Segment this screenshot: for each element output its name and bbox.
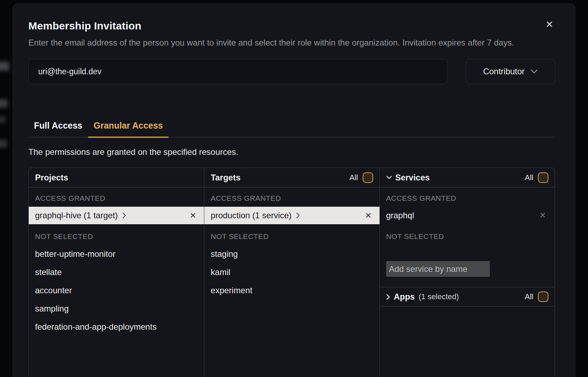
service-granted-label: graphql [386,211,414,220]
apps-section-toggle[interactable]: Apps (1 selected) All [380,287,555,307]
chevron-down-icon [531,69,538,74]
remove-target-icon[interactable]: ✕ [365,211,371,220]
apps-selected-count: (1 selected) [419,292,459,301]
targets-column: Targets All ACCESS GRANTED production (1… [204,168,379,377]
projects-not-selected-list: better-uptime-monitorstellateaccountersa… [29,245,204,336]
target-selected-label: production (1 service) [211,211,292,220]
targets-all-label: All [349,173,358,182]
apps-all-checkbox[interactable] [538,292,548,302]
not-selected-label: NOT SELECTED [380,224,555,245]
chevron-right-icon [386,294,390,300]
projects-header: Projects [35,173,68,183]
membership-invitation-dialog: ✕ Membership Invitation Enter the email … [13,4,575,377]
dialog-description: Enter the email address of the person yo… [28,36,527,49]
not-selected-label: NOT SELECTED [29,224,204,245]
email-field[interactable] [28,59,447,84]
access-granted-label: ACCESS GRANTED [204,187,379,207]
apps-all-label: All [525,292,533,301]
role-select-value: Contributor [483,67,525,76]
services-all-checkbox[interactable] [538,172,548,183]
access-granted-label: ACCESS GRANTED [380,187,555,207]
targets-all-checkbox[interactable] [363,172,373,183]
chevron-down-icon [386,176,392,179]
project-list-item[interactable]: accounter [29,281,204,300]
targets-header: Targets [211,173,240,183]
access-granted-label: ACCESS GRANTED [29,187,204,207]
role-select[interactable]: Contributor [466,59,555,84]
target-list-item[interactable]: experiment [204,281,379,300]
remove-service-icon[interactable]: ✕ [540,211,546,220]
services-header: Services [395,173,430,183]
backdrop-artifact [0,99,8,108]
service-granted-row: graphql ✕ [380,207,555,224]
project-list-item[interactable]: better-uptime-monitor [29,245,204,263]
projects-column: Projects ACCESS GRANTED graphql-hive (1 … [29,168,204,377]
add-service-input[interactable] [386,261,490,277]
project-list-item[interactable]: federation-and-app-deployments [29,318,204,336]
permissions-note: The permissions are granted on the speci… [28,147,567,157]
resources-grid: Projects ACCESS GRANTED graphql-hive (1 … [28,167,555,377]
target-list-item[interactable]: staging [204,245,379,263]
backdrop-artifact [0,116,6,123]
target-selected-row[interactable]: production (1 service) ✕ [204,207,379,224]
services-collapse-toggle[interactable]: Services [386,173,430,183]
project-list-item[interactable]: sampling [29,300,204,318]
services-column: Services All ACCESS GRANTED graphql ✕ NO… [380,168,555,377]
chevron-right-icon [296,212,300,219]
remove-project-icon[interactable]: ✕ [190,211,196,220]
project-selected-row[interactable]: graphql-hive (1 target) ✕ [29,207,204,224]
target-list-item[interactable]: kamil [204,263,379,281]
services-all-label: All [525,173,533,182]
backdrop-artifact [0,62,9,71]
tab-granular-access[interactable]: Granular Access [88,121,169,137]
backdrop-artifact [0,140,7,148]
apps-header: Apps [394,292,415,302]
not-selected-label: NOT SELECTED [204,224,379,245]
targets-not-selected-list: stagingkamilexperiment [204,245,379,300]
page-title: Membership Invitation [28,4,567,32]
chevron-right-icon [122,212,126,219]
access-tabs: Full Access Granular Access [28,121,555,137]
project-list-item[interactable]: stellate [29,263,204,281]
project-selected-label: graphql-hive (1 target) [35,211,118,220]
tab-full-access[interactable]: Full Access [28,121,88,137]
